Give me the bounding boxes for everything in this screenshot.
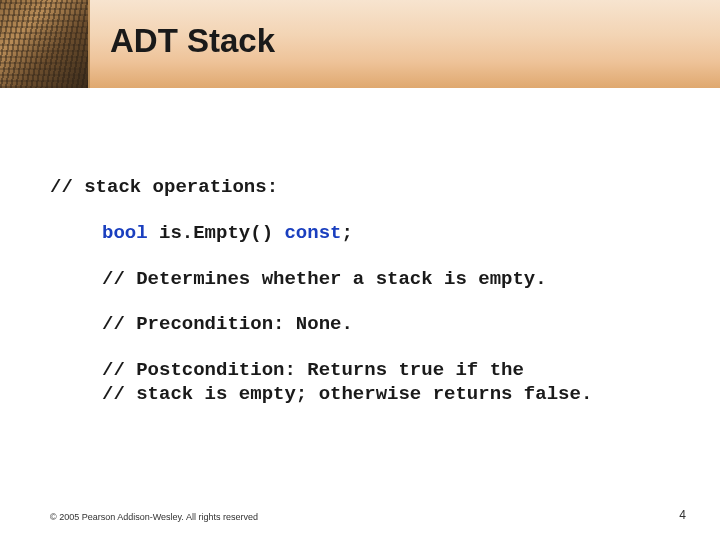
header-decorative-image xyxy=(0,0,90,88)
page-number: 4 xyxy=(679,508,686,522)
slide-body: // stack operations: bool is.Empty() con… xyxy=(50,176,680,407)
signature-end: ; xyxy=(341,222,352,244)
code-line-desc: // Determines whether a stack is empty. xyxy=(50,268,680,292)
keyword-bool: bool xyxy=(102,222,148,244)
keyword-const: const xyxy=(284,222,341,244)
header-band xyxy=(0,0,720,88)
code-line-operations: // stack operations: xyxy=(50,176,680,200)
code-line-signature: bool is.Empty() const; xyxy=(50,222,680,246)
copyright-footer: © 2005 Pearson Addison-Wesley. All right… xyxy=(50,512,258,522)
slide-title: ADT Stack xyxy=(110,22,275,60)
code-line-postcondition-2: // stack is empty; otherwise returns fal… xyxy=(50,383,680,407)
signature-mid: is.Empty() xyxy=(148,222,285,244)
code-line-postcondition-1: // Postcondition: Returns true if the xyxy=(50,359,680,383)
code-line-precondition: // Precondition: None. xyxy=(50,313,680,337)
